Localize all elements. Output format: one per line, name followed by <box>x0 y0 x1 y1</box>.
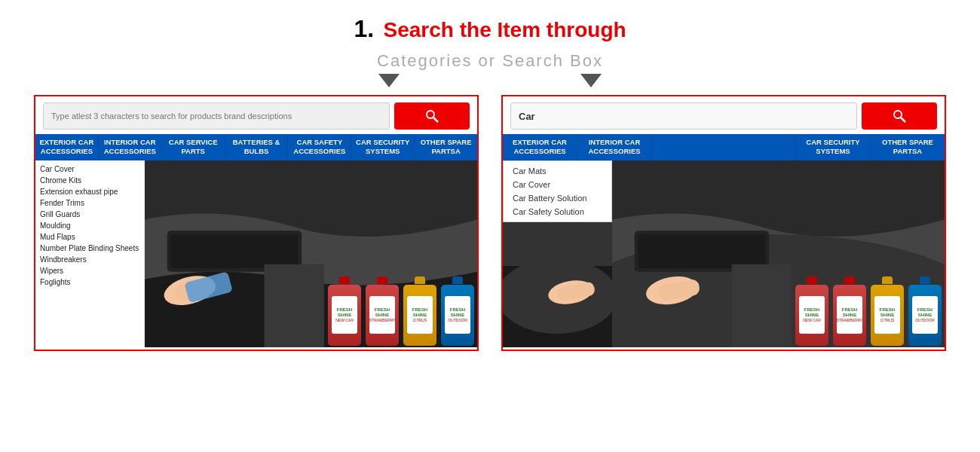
right-search-button[interactable] <box>862 102 937 130</box>
nav-interior-right[interactable]: INTERIOR CARACCESSORIES <box>577 134 652 160</box>
nav-exterior-right[interactable]: EXTERIOR CARACCESSORIES <box>503 134 577 160</box>
nav-interior-car[interactable]: INTERIOR CARACCESSORIES <box>99 134 162 160</box>
sidebar-item[interactable]: Car Cover <box>35 163 144 175</box>
sidebar-item[interactable]: Wipers <box>35 265 144 276</box>
left-panel: EXTERIOR CARACCESSORIES INTERIOR CARACCE… <box>34 95 479 351</box>
bottle-cap-2 <box>377 276 387 284</box>
right-panel: EXTERIOR CARACCESSORIES INTERIOR CARACCE… <box>501 95 946 351</box>
left-nav-bar: EXTERIOR CARACCESSORIES INTERIOR CARACCE… <box>35 134 477 160</box>
right-search-row <box>503 96 945 134</box>
left-search-input[interactable] <box>43 102 390 130</box>
sidebar-item[interactable]: Chrome Kits <box>35 175 144 186</box>
svg-rect-25 <box>732 264 792 347</box>
dropdown-car-mats[interactable]: Car Mats <box>504 164 611 178</box>
right-content-area: Car Mats Car Cover Car Battery Solution … <box>503 160 945 347</box>
nav-car-service[interactable]: CAR SERVICEPARTS <box>162 134 225 160</box>
nav-exterior-car[interactable]: EXTERIOR CARACCESSORIES <box>35 134 99 160</box>
nav-batteries[interactable]: BATTERIES &BULBS <box>225 134 289 160</box>
bottle-cap-1 <box>339 276 350 284</box>
arrow-searchbox <box>580 74 602 87</box>
svg-rect-10 <box>265 264 324 347</box>
dropdown-car-battery[interactable]: Car Battery Solution <box>504 191 611 205</box>
right-products-row: FRESHSHINE NEW CAR FRESHSHINE STRAWBERRY <box>792 276 945 347</box>
r-bottle-body-1: FRESHSHINE NEW CAR <box>795 285 828 346</box>
right-search-input[interactable] <box>510 102 857 130</box>
r-bottle-body-2: FRESHSHINE STRAWBERRY <box>833 285 866 346</box>
header-title: Search the Item through <box>384 18 626 41</box>
sidebar-item[interactable]: Fender Trims <box>35 197 144 209</box>
sidebar-item[interactable]: Extension exhaust pipe <box>35 186 144 197</box>
left-search-button[interactable] <box>394 102 470 130</box>
nav-spare-right[interactable]: OTHER SPAREPARTSA <box>871 134 945 160</box>
svg-point-11 <box>894 111 902 118</box>
r-bottle-body-3: FRESHSHINE CITRUS <box>871 285 904 346</box>
right-sidebar-area: Car Mats Car Cover Car Battery Solution … <box>503 160 612 347</box>
left-products-row: FRESHSHINE NEW CAR FRESHSHINE <box>325 276 477 347</box>
subtitle: Categories or Search Box <box>0 51 980 71</box>
svg-rect-22 <box>639 234 765 268</box>
nav-other-spare[interactable]: OTHER SPAREPARTSA <box>415 134 477 160</box>
bottle-body-1: FRESHSHINE NEW CAR <box>328 285 361 346</box>
panels-container: EXTERIOR CARACCESSORIES INTERIOR CARACCE… <box>0 95 980 351</box>
bottle-body-4: FRESHSHINE OUTDOOR <box>441 285 474 346</box>
sidebar-item[interactable]: Moulding <box>35 220 144 231</box>
r-bottle-body-4: FRESHSHINE OUTDOOR <box>908 285 942 346</box>
left-main-content: FRESHSHINE NEW CAR FRESHSHINE <box>145 160 477 347</box>
bottle-body-2: FRESHSHINE STRAWBERRY <box>366 285 399 346</box>
page-container: 1. Search the Item through Categories or… <box>0 0 980 452</box>
arrow-categories <box>378 74 400 87</box>
dropdown-car-safety[interactable]: Car Safety Solution <box>504 205 611 218</box>
step-number: 1. <box>354 15 374 42</box>
nav-car-security[interactable]: CAR SECURITYSYSTEMS <box>351 134 415 160</box>
dropdown-car-cover[interactable]: Car Cover <box>504 178 611 191</box>
svg-line-12 <box>901 118 905 122</box>
header: 1. Search the Item through <box>0 0 980 47</box>
search-icon-right <box>892 108 907 124</box>
nav-car-safety[interactable]: CAR SAFETYACCESSORIES <box>288 134 351 160</box>
svg-line-1 <box>433 118 438 122</box>
r-bottle-cap-4 <box>920 276 930 284</box>
svg-rect-6 <box>171 234 298 268</box>
sidebar-item[interactable]: Foglights <box>35 276 144 288</box>
r-bottle-cap-3 <box>882 276 893 284</box>
nav-security-right[interactable]: CAR SECURITYSYSTEMS <box>796 134 871 160</box>
bottle-cap-4 <box>452 276 463 284</box>
sidebar-item[interactable]: Mud Flaps <box>35 231 144 243</box>
bottle-cap-3 <box>415 276 425 284</box>
left-content-area: Car Cover Chrome Kits Extension exhaust … <box>35 160 477 347</box>
right-nav-bar: EXTERIOR CARACCESSORIES INTERIOR CARACCE… <box>503 134 945 160</box>
svg-point-0 <box>427 111 434 118</box>
right-dropdown: Car Mats Car Cover Car Battery Solution … <box>503 160 612 222</box>
sidebar-item[interactable]: Windbreakers <box>35 254 144 265</box>
search-icon <box>424 108 439 124</box>
right-main-content: FRESHSHINE NEW CAR FRESHSHINE STRAWBERRY <box>612 160 945 347</box>
r-bottle-cap-2 <box>844 276 855 284</box>
sidebar-item[interactable]: Grill Guards <box>35 209 144 220</box>
arrows-row <box>0 74 980 87</box>
left-sidebar: Car Cover Chrome Kits Extension exhaust … <box>35 160 145 347</box>
nav-middle-right <box>652 134 796 160</box>
r-bottle-cap-1 <box>807 276 817 284</box>
left-search-row <box>35 96 477 134</box>
bottle-body-3: FRESHSHINE CITRUS <box>403 285 436 346</box>
sidebar-item[interactable]: Number Plate Binding Sheets <box>35 243 144 254</box>
